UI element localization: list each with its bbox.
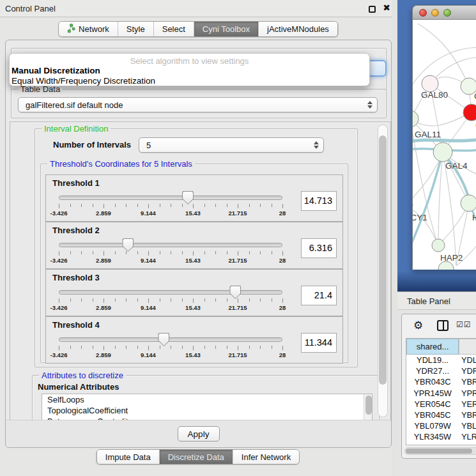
table-row[interactable]: YBR043CYBR0: [406, 376, 476, 387]
network-node[interactable]: [461, 195, 476, 211]
attribute-list-item[interactable]: SelfLoops: [42, 394, 372, 405]
minimize-traffic-icon[interactable]: [431, 9, 439, 17]
slider-tick: [148, 346, 149, 350]
gear-icon[interactable]: ⚙: [413, 319, 423, 332]
scrollbar-thumb[interactable]: [365, 395, 372, 415]
table-row[interactable]: YBR045CYBR0: [406, 410, 476, 420]
slider-tick: [115, 346, 116, 349]
column-header-name[interactable]: n: [459, 339, 476, 355]
tab-impute-data[interactable]: Impute Data: [97, 450, 160, 464]
attributes-list-scrollbar[interactable]: [364, 394, 372, 420]
tick-label: 28: [266, 351, 299, 358]
scrollbar-thumb[interactable]: [379, 135, 387, 385]
checkbox-icons[interactable]: ☑☑: [456, 320, 472, 329]
tick-label: 28: [266, 210, 299, 217]
slider-tick: [238, 204, 238, 208]
threshold-slider[interactable]: -3.4262.8599.14415.4321.71528: [59, 238, 284, 267]
slider-tick: [215, 251, 216, 254]
close-icon[interactable]: ✖: [383, 3, 390, 13]
threshold-slider[interactable]: -3.4262.8599.14415.4321.71528: [59, 332, 284, 362]
attribute-list-item[interactable]: TopologicalCoefficient: [42, 405, 372, 416]
slider-handle[interactable]: [229, 286, 241, 299]
attributes-group-title: Attributes to discretize: [39, 371, 126, 380]
algorithm-prompt-item[interactable]: Select algorithm to view settings: [10, 56, 369, 66]
slider-track[interactable]: [59, 196, 282, 200]
tab-discretize-data[interactable]: Discretize Data: [160, 450, 233, 464]
tick-label: 21.715: [221, 210, 254, 217]
tab-infer-network[interactable]: Infer Network: [233, 450, 299, 464]
tick-label: 21.715: [221, 304, 254, 311]
tab-network[interactable]: Network: [59, 22, 118, 36]
algorithm-option-equal-width[interactable]: Equal Width/Frequency Discretization: [12, 76, 155, 86]
threshold-value-field[interactable]: 21.4: [301, 286, 337, 305]
network-node[interactable]: [463, 104, 476, 121]
apply-button[interactable]: Apply: [178, 426, 220, 441]
threshold-value-field[interactable]: 6.316: [301, 238, 337, 258]
tick-label: -3.426: [42, 257, 75, 264]
tab-label: Network: [79, 24, 109, 34]
close-traffic-icon[interactable]: [419, 9, 427, 17]
table-row[interactable]: YPR145WYPR1: [406, 388, 476, 399]
table-panel: ⚙ ☑☑ shared...nYDL19...YDL1YDR27...YDR2Y…: [401, 314, 476, 459]
slider-handle[interactable]: [122, 238, 134, 252]
slider-tick: [81, 298, 82, 302]
threshold-slider[interactable]: -3.4262.8599.14415.4321.71528: [59, 285, 284, 314]
network-node[interactable]: [433, 142, 452, 162]
slider-track[interactable]: [59, 337, 282, 342]
slider-tick: [227, 204, 227, 207]
slider-tick: [93, 204, 93, 207]
tick-label: 9.144: [132, 210, 165, 217]
slider-track[interactable]: [59, 243, 282, 247]
zoom-traffic-icon[interactable]: [443, 9, 451, 17]
threshold-slider[interactable]: -3.4262.8599.14415.4321.71528: [59, 190, 284, 220]
tab-jactivemnodules[interactable]: jActiveMNodules: [259, 22, 337, 36]
slider-tick: [137, 298, 138, 302]
slider-tick: [115, 298, 116, 302]
float-window-icon[interactable]: [369, 6, 376, 13]
slider-tick: [104, 251, 104, 256]
slider-handle[interactable]: [182, 191, 194, 204]
cell-shared-name: YBR043C: [406, 376, 459, 387]
table-row[interactable]: YER054CYER0: [406, 399, 476, 410]
algorithm-option-manual[interactable]: Manual Discretization: [12, 66, 100, 75]
network-canvas[interactable]: GAL80GACGAL11GAL4GCY1HHAP2: [413, 20, 476, 270]
table-row[interactable]: YIL052CYIL0: [406, 443, 476, 446]
scrollbar-thumb[interactable]: [406, 449, 472, 454]
slider-tick: [282, 251, 283, 256]
cell-shared-name: YDR27...: [406, 365, 459, 376]
network-node-label: GCY1: [413, 213, 427, 222]
table-row[interactable]: YDL19...YDL1: [406, 355, 476, 365]
cell-name: YPR1: [459, 388, 476, 399]
tab-style[interactable]: Style: [118, 22, 154, 36]
settings-scrollbar[interactable]: [378, 125, 388, 417]
table-row[interactable]: YLR345WYLR3: [406, 431, 476, 442]
network-node[interactable]: [432, 239, 445, 252]
column-header-shared-name[interactable]: shared...: [406, 339, 459, 355]
threshold-value-field[interactable]: 14.713: [301, 191, 337, 211]
slider-handle-face: [123, 239, 133, 251]
network-graph[interactable]: GAL80GACGAL11GAL4GCY1HHAP2: [413, 20, 476, 270]
tab-select[interactable]: Select: [154, 22, 194, 36]
table-row[interactable]: YDR27...YDR2: [406, 365, 476, 376]
cell-shared-name: YLR345W: [406, 431, 459, 442]
slider-tick: [272, 204, 272, 207]
columns-icon[interactable]: [437, 320, 449, 331]
slider-track[interactable]: [59, 290, 282, 295]
threshold-value-field[interactable]: 11.344: [301, 333, 337, 353]
table-data-select[interactable]: galFiltered.sif default node: [18, 97, 378, 112]
tab-cyni-toolbox[interactable]: Cyni Toolbox: [194, 22, 259, 36]
threshold-label: Threshold 3: [52, 273, 100, 282]
table-row[interactable]: YBL079WYBL0: [406, 420, 476, 431]
number-of-intervals-select[interactable]: 5: [139, 137, 324, 153]
network-node[interactable]: [413, 111, 418, 127]
slider-tick: [115, 251, 116, 254]
slider-handle[interactable]: [158, 333, 169, 346]
table-horizontal-scrollbar[interactable]: [404, 447, 476, 455]
slider-tick: [204, 298, 205, 302]
algorithm-combobox-button[interactable]: [367, 60, 387, 77]
numerical-attributes-list[interactable]: SelfLoopsTopologicalCoefficientBetweenne…: [42, 394, 372, 420]
network-window-titlebar[interactable]: [413, 6, 476, 20]
network-edge[interactable]: [413, 112, 472, 126]
node-attribute-table[interactable]: shared...nYDL19...YDL1YDR27...YDR2YBR043…: [406, 338, 476, 445]
panel-split-divider[interactable]: [392, 0, 397, 476]
